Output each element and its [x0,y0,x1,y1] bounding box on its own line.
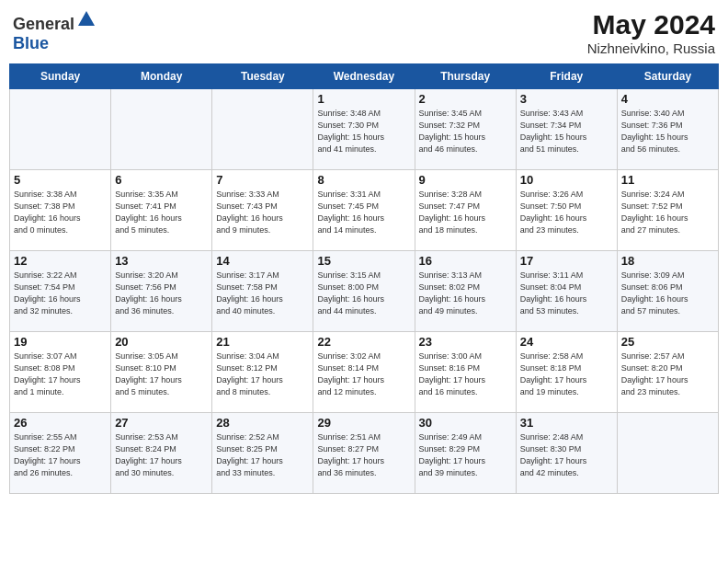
calendar-cell: 3Sunrise: 3:43 AM Sunset: 7:34 PM Daylig… [516,89,617,170]
calendar-cell: 7Sunrise: 3:33 AM Sunset: 7:43 PM Daylig… [212,170,313,251]
day-info: Sunrise: 2:51 AM Sunset: 8:27 PM Dayligh… [317,431,410,479]
calendar-cell: 19Sunrise: 3:07 AM Sunset: 8:08 PM Dayli… [10,332,111,413]
day-number: 28 [216,416,309,430]
day-info: Sunrise: 2:58 AM Sunset: 8:18 PM Dayligh… [520,350,613,398]
day-info: Sunrise: 3:28 AM Sunset: 7:47 PM Dayligh… [419,189,512,236]
day-info: Sunrise: 2:52 AM Sunset: 8:25 PM Dayligh… [216,431,309,479]
calendar-cell: 12Sunrise: 3:22 AM Sunset: 7:54 PM Dayli… [10,251,111,332]
calendar-week-row: 5Sunrise: 3:38 AM Sunset: 7:38 PM Daylig… [10,170,719,251]
day-number: 1 [317,92,410,106]
day-number: 24 [520,335,613,349]
weekday-header: Thursday [415,64,516,89]
day-info: Sunrise: 3:35 AM Sunset: 7:41 PM Dayligh… [115,189,208,236]
day-info: Sunrise: 3:24 AM Sunset: 7:52 PM Dayligh… [621,189,714,236]
day-number: 19 [14,335,107,349]
page-header: General Blue May 2024 Nizhneivkino, Russ… [9,9,719,56]
calendar-week-row: 12Sunrise: 3:22 AM Sunset: 7:54 PM Dayli… [10,251,719,332]
day-info: Sunrise: 3:05 AM Sunset: 8:10 PM Dayligh… [115,350,208,398]
calendar-cell: 14Sunrise: 3:17 AM Sunset: 7:58 PM Dayli… [212,251,313,332]
calendar-cell [10,89,111,170]
day-number: 9 [419,173,512,187]
day-info: Sunrise: 3:15 AM Sunset: 8:00 PM Dayligh… [317,270,410,317]
calendar-cell: 13Sunrise: 3:20 AM Sunset: 7:56 PM Dayli… [111,251,212,332]
day-number: 8 [317,173,410,187]
svg-marker-0 [78,11,95,26]
day-number: 30 [419,416,512,430]
day-info: Sunrise: 3:43 AM Sunset: 7:34 PM Dayligh… [520,108,613,155]
calendar-cell: 6Sunrise: 3:35 AM Sunset: 7:41 PM Daylig… [111,170,212,251]
calendar-cell: 10Sunrise: 3:26 AM Sunset: 7:50 PM Dayli… [516,170,617,251]
calendar-cell: 20Sunrise: 3:05 AM Sunset: 8:10 PM Dayli… [111,332,212,413]
calendar-cell: 16Sunrise: 3:13 AM Sunset: 8:02 PM Dayli… [415,251,516,332]
calendar-cell: 11Sunrise: 3:24 AM Sunset: 7:52 PM Dayli… [617,170,718,251]
day-info: Sunrise: 3:00 AM Sunset: 8:16 PM Dayligh… [419,350,512,398]
day-info: Sunrise: 3:33 AM Sunset: 7:43 PM Dayligh… [216,189,309,236]
weekday-header: Friday [516,64,617,89]
day-info: Sunrise: 3:20 AM Sunset: 7:56 PM Dayligh… [115,270,208,317]
day-number: 12 [14,254,107,268]
day-number: 31 [520,416,613,430]
calendar-week-row: 26Sunrise: 2:55 AM Sunset: 8:22 PM Dayli… [10,413,719,494]
day-number: 18 [621,254,714,268]
title-block: May 2024 Nizhneivkino, Russia [587,9,715,56]
calendar-cell: 5Sunrise: 3:38 AM Sunset: 7:38 PM Daylig… [10,170,111,251]
day-number: 2 [419,92,512,106]
weekday-header-row: SundayMondayTuesdayWednesdayThursdayFrid… [10,64,719,89]
day-info: Sunrise: 3:02 AM Sunset: 8:14 PM Dayligh… [317,350,410,398]
calendar-title: May 2024 [587,9,715,40]
calendar-cell: 8Sunrise: 3:31 AM Sunset: 7:45 PM Daylig… [313,170,415,251]
calendar-cell: 21Sunrise: 3:04 AM Sunset: 8:12 PM Dayli… [212,332,313,413]
calendar-cell: 22Sunrise: 3:02 AM Sunset: 8:14 PM Dayli… [313,332,415,413]
day-info: Sunrise: 2:48 AM Sunset: 8:30 PM Dayligh… [520,431,613,479]
day-number: 7 [216,173,309,187]
calendar-cell: 17Sunrise: 3:11 AM Sunset: 8:04 PM Dayli… [516,251,617,332]
day-info: Sunrise: 3:40 AM Sunset: 7:36 PM Dayligh… [621,108,714,155]
day-info: Sunrise: 3:31 AM Sunset: 7:45 PM Dayligh… [317,189,410,236]
calendar-cell: 29Sunrise: 2:51 AM Sunset: 8:27 PM Dayli… [313,413,415,494]
calendar-table: SundayMondayTuesdayWednesdayThursdayFrid… [9,63,719,494]
calendar-cell: 31Sunrise: 2:48 AM Sunset: 8:30 PM Dayli… [516,413,617,494]
day-number: 26 [14,416,107,430]
calendar-cell [617,413,718,494]
day-number: 13 [115,254,208,268]
day-number: 5 [14,173,107,187]
calendar-cell: 30Sunrise: 2:49 AM Sunset: 8:29 PM Dayli… [415,413,516,494]
calendar-location: Nizhneivkino, Russia [587,40,715,56]
day-number: 6 [115,173,208,187]
calendar-cell: 1Sunrise: 3:48 AM Sunset: 7:30 PM Daylig… [313,89,415,170]
logo-general: General [13,15,74,33]
calendar-cell: 25Sunrise: 2:57 AM Sunset: 8:20 PM Dayli… [617,332,718,413]
day-number: 3 [520,92,613,106]
logo-text: General Blue [13,9,97,53]
calendar-cell: 24Sunrise: 2:58 AM Sunset: 8:18 PM Dayli… [516,332,617,413]
day-info: Sunrise: 3:17 AM Sunset: 7:58 PM Dayligh… [216,270,309,317]
calendar-cell: 26Sunrise: 2:55 AM Sunset: 8:22 PM Dayli… [10,413,111,494]
calendar-week-row: 1Sunrise: 3:48 AM Sunset: 7:30 PM Daylig… [10,89,719,170]
day-info: Sunrise: 3:45 AM Sunset: 7:32 PM Dayligh… [419,108,512,155]
day-number: 17 [520,254,613,268]
logo-icon [76,9,97,29]
calendar-cell: 18Sunrise: 3:09 AM Sunset: 8:06 PM Dayli… [617,251,718,332]
calendar-week-row: 19Sunrise: 3:07 AM Sunset: 8:08 PM Dayli… [10,332,719,413]
day-number: 16 [419,254,512,268]
calendar-cell [212,89,313,170]
day-number: 22 [317,335,410,349]
day-info: Sunrise: 2:57 AM Sunset: 8:20 PM Dayligh… [621,350,714,398]
day-info: Sunrise: 2:53 AM Sunset: 8:24 PM Dayligh… [115,431,208,479]
calendar-cell [111,89,212,170]
day-info: Sunrise: 3:22 AM Sunset: 7:54 PM Dayligh… [14,270,107,317]
day-info: Sunrise: 3:07 AM Sunset: 8:08 PM Dayligh… [14,350,107,398]
day-info: Sunrise: 2:55 AM Sunset: 8:22 PM Dayligh… [14,431,107,479]
day-info: Sunrise: 3:26 AM Sunset: 7:50 PM Dayligh… [520,189,613,236]
weekday-header: Wednesday [313,64,415,89]
day-number: 10 [520,173,613,187]
day-number: 14 [216,254,309,268]
weekday-header: Saturday [617,64,718,89]
calendar-cell: 27Sunrise: 2:53 AM Sunset: 8:24 PM Dayli… [111,413,212,494]
day-number: 27 [115,416,208,430]
day-number: 15 [317,254,410,268]
day-number: 11 [621,173,714,187]
logo: General Blue [13,9,97,53]
day-info: Sunrise: 3:48 AM Sunset: 7:30 PM Dayligh… [317,108,410,155]
day-info: Sunrise: 3:11 AM Sunset: 8:04 PM Dayligh… [520,270,613,317]
